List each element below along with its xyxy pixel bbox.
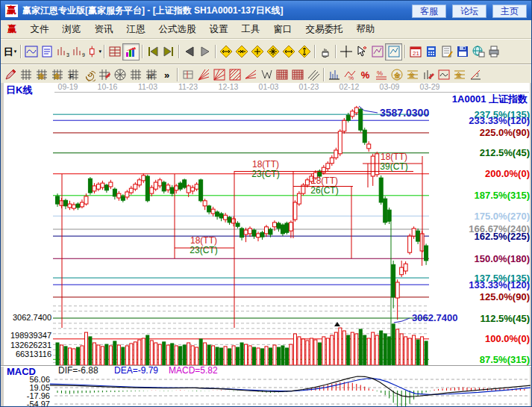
menu-item-0[interactable]: 文件 (24, 23, 56, 36)
chart-area[interactable]: 日K线1A0001 上证指数09-1910-1611-0311-2312-130… (1, 83, 532, 407)
pencil-bars-icon[interactable] (420, 67, 436, 83)
color-graph-icon[interactable] (122, 43, 140, 60)
menu-item-1[interactable]: 浏览 (56, 23, 88, 36)
v-lines-icon[interactable] (258, 67, 274, 83)
svg-text:%: % (348, 75, 354, 81)
svg-text:9: 9 (82, 52, 85, 58)
menu-item-9[interactable]: 帮助 (350, 23, 382, 36)
period-day-button[interactable]: 日▾ (2, 44, 18, 60)
menu-brand[interactable]: 赢 (1, 23, 24, 36)
zoom-plus-icon[interactable] (249, 44, 265, 60)
move-right-icon[interactable] (296, 44, 312, 60)
angle-line-icon[interactable]: J (467, 67, 483, 83)
percent-line-icon[interactable]: % (373, 67, 389, 83)
customer-service-button[interactable]: 客服 (412, 4, 446, 18)
spiral-icon[interactable] (81, 67, 96, 83)
square-n2-icon[interactable]: n² (143, 67, 159, 83)
last-page-icon[interactable] (160, 44, 176, 60)
home-button[interactable]: 主页 (492, 4, 527, 18)
dea-value-label: DEA=-9.79 (114, 365, 158, 376)
fibonacci-grid-icon[interactable]: F (65, 67, 81, 83)
menu-item-3[interactable]: 江恩 (120, 23, 152, 36)
toolbar-separator (213, 44, 218, 59)
calculator-icon[interactable] (423, 44, 439, 60)
gann-fan-fill-icon[interactable] (227, 67, 242, 83)
gann-fan-box-icon[interactable] (211, 67, 227, 83)
save-icon[interactable] (454, 44, 470, 60)
parallel-lines-icon[interactable] (305, 67, 321, 83)
draw-pencil-icon[interactable] (2, 67, 18, 83)
gann-grid-icon[interactable] (18, 67, 34, 83)
date-tick: 01-23 (299, 83, 319, 91)
gann-level-label: 162.5%(225) (475, 231, 530, 242)
quote-board-icon[interactable] (107, 44, 122, 60)
tt-count-label: 18(TT) (381, 152, 407, 162)
volume-chart-3-icon[interactable]: 3 (54, 44, 70, 60)
gann-level-label: 100.0%(0) (485, 333, 530, 344)
date-tick: 03-09 (380, 83, 400, 91)
candle-style-icon[interactable]: ▾ (86, 44, 101, 60)
more-tools-button[interactable]: » (159, 67, 175, 83)
toolbar-separator (140, 44, 145, 59)
gold-lines2-icon[interactable]: 金 (451, 67, 467, 83)
gann-marker-icon[interactable] (369, 44, 385, 60)
date-tick: 11-03 (138, 83, 157, 91)
toolbar-separator (402, 44, 407, 59)
wave-marker-icon[interactable] (385, 43, 402, 60)
period-day-button-dropdown[interactable]: ▾ (14, 49, 17, 55)
print-icon[interactable] (486, 44, 501, 60)
svg-text:金: 金 (408, 72, 415, 78)
intraday-chart-icon[interactable] (23, 44, 39, 60)
pan-hand-icon[interactable] (317, 44, 333, 60)
volume-axis-label: 132626231 (10, 341, 51, 349)
pencil-grid-icon[interactable] (96, 67, 112, 83)
web-sync-icon[interactable] (470, 44, 486, 60)
dense-grid-icon[interactable] (274, 67, 290, 83)
dense-grid2-icon[interactable] (290, 67, 305, 83)
calendar-icon[interactable]: 21 (407, 44, 423, 60)
gann-gold-grid-icon[interactable]: 金 (34, 67, 49, 83)
zoom-horizontal-icon[interactable] (218, 44, 234, 60)
crosshair-icon[interactable] (338, 44, 354, 60)
move-left-icon[interactable] (281, 44, 296, 60)
ray-lines-icon[interactable] (242, 67, 258, 83)
window-title: 赢家江恩专业版[赢家服务平台] - [上证指数 SH1A0001-137日K线] (22, 4, 401, 17)
menu-item-8[interactable]: 交易委托 (299, 23, 350, 36)
toolbar-separator (18, 44, 23, 59)
menu-item-4[interactable]: 公式选股 (152, 23, 203, 36)
menu-item-7[interactable]: 窗口 (267, 23, 299, 36)
gann-level-label: 233.33%(120) (469, 115, 530, 126)
forum-button[interactable]: 论坛 (452, 4, 486, 18)
gann-fan-icon[interactable] (195, 67, 211, 83)
expand-all-icon[interactable] (265, 44, 281, 60)
next-page-icon[interactable] (197, 44, 213, 60)
gold-lines-icon[interactable]: 金 (404, 67, 420, 83)
data-bars-icon[interactable] (326, 67, 342, 83)
menu-item-5[interactable]: 设置 (203, 23, 235, 36)
volume-chart-9-icon[interactable]: 9 (70, 44, 86, 60)
shrink-horizontal-icon[interactable] (234, 44, 249, 60)
first-page-icon[interactable] (145, 44, 160, 60)
prev-page-icon[interactable] (181, 44, 197, 60)
percent-wave-icon[interactable]: % (342, 67, 357, 83)
menu-item-6[interactable]: 工具 (235, 23, 267, 36)
menu-item-2[interactable]: 资讯 (88, 23, 120, 36)
f10-info-icon[interactable] (39, 44, 54, 60)
wave-box-icon[interactable] (436, 67, 451, 83)
gann-level-label: 187.5%(315) (475, 190, 530, 201)
toolbar-separator (175, 67, 180, 82)
titlebar-buttons: 客服论坛主页 (406, 4, 527, 18)
gann-gold-grid2-icon[interactable]: 金 (49, 67, 65, 83)
gold-circle-icon[interactable]: 金 (389, 67, 404, 83)
tt-count-label: 18(TT) (311, 175, 338, 186)
pointer-tool-icon[interactable] (354, 44, 369, 60)
plain-grid-icon[interactable] (128, 67, 143, 83)
gann-level-label: 175.0%(270) (475, 211, 530, 222)
frame-tool-icon[interactable] (180, 67, 195, 83)
notepad-icon[interactable] (439, 44, 454, 60)
circle-grid-icon[interactable] (112, 67, 128, 83)
menu-bar: 赢 文件浏览资讯江恩公式选股设置工具窗口交易委托帮助 (1, 20, 531, 39)
candlestick-chart[interactable]: 日K线1A0001 上证指数09-1910-1611-0311-2312-130… (1, 83, 532, 407)
percent-icon[interactable]: % (357, 67, 373, 83)
date-tick: 12-13 (219, 83, 239, 91)
